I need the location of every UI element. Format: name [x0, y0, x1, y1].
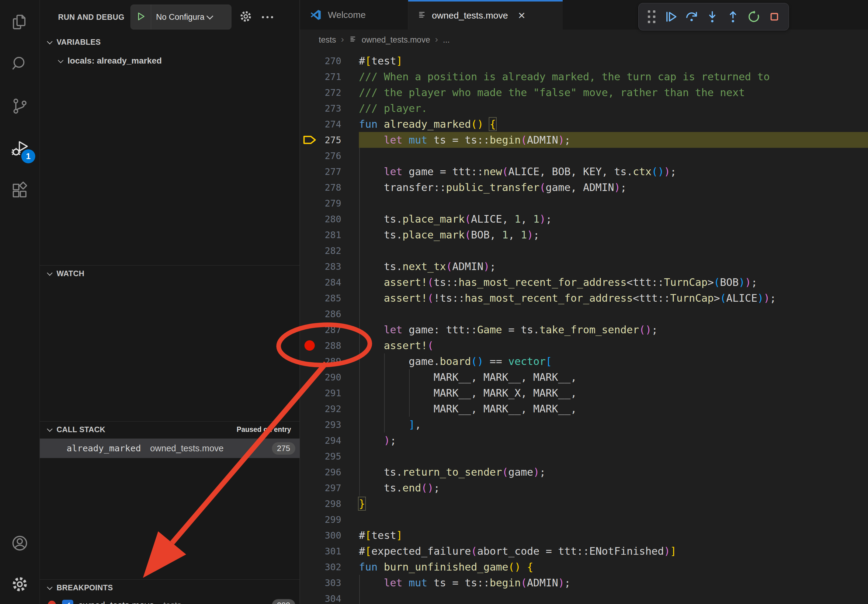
- variables-scope-locals[interactable]: locals: already_marked: [40, 56, 299, 66]
- activity-account[interactable]: [0, 524, 40, 564]
- gutter-line-304[interactable]: [300, 591, 319, 604]
- gutter-line-299[interactable]: [300, 511, 319, 527]
- gutter-line-280[interactable]: [300, 211, 319, 227]
- call-stack-section-header[interactable]: CALL STACK Paused on entry: [40, 421, 299, 437]
- code-line-283[interactable]: 283 ts.next_tx(ADMIN);: [300, 259, 868, 274]
- code-line-296[interactable]: 296 ts.return_to_sender(game);: [300, 464, 868, 480]
- gutter-line-296[interactable]: [300, 464, 319, 480]
- gutter-line-273[interactable]: [300, 101, 319, 116]
- gutter-line-298[interactable]: [300, 496, 319, 511]
- code-line-274[interactable]: 274fun already_marked() {: [300, 116, 868, 132]
- debug-settings-gear-button[interactable]: [239, 9, 253, 25]
- code-line-273[interactable]: 273/// player.: [300, 101, 868, 116]
- gutter-line-288[interactable]: [300, 338, 319, 353]
- activity-explorer[interactable]: [0, 2, 40, 42]
- code-line-297[interactable]: 297 ts.end();: [300, 480, 868, 496]
- gutter-line-302[interactable]: [300, 559, 319, 575]
- toolbar-drag-handle[interactable]: [648, 10, 656, 23]
- code-line-275[interactable]: 275 let mut ts = ts::begin(ADMIN);: [300, 132, 868, 148]
- code-line-279[interactable]: 279: [300, 195, 868, 211]
- gutter-line-283[interactable]: [300, 259, 319, 274]
- code-line-276[interactable]: 276: [300, 148, 868, 164]
- close-icon[interactable]: ✕: [518, 10, 525, 21]
- watch-section-header[interactable]: WATCH: [40, 265, 299, 281]
- code-line-303[interactable]: 303 let mut ts = ts::begin(ADMIN);: [300, 575, 868, 591]
- gutter-line-278[interactable]: [300, 180, 319, 195]
- code-line-272[interactable]: 272/// the player who made the "false" m…: [300, 85, 868, 101]
- code-line-300[interactable]: 300#[test]: [300, 527, 868, 543]
- activity-source-control[interactable]: [0, 87, 40, 127]
- tab-welcome[interactable]: Welcome: [300, 0, 408, 29]
- code-line-270[interactable]: 270#[test]: [300, 53, 868, 69]
- start-debug-button[interactable]: [131, 5, 151, 29]
- code-line-301[interactable]: 301#[expected_failure(abort_code = ttt::…: [300, 543, 868, 559]
- code-line-302[interactable]: 302fun burn_unfinished_game() {: [300, 559, 868, 575]
- code-line-292[interactable]: 292 MARK__, MARK__, MARK__,: [300, 401, 868, 417]
- gutter-line-272[interactable]: [300, 85, 319, 101]
- tab-owned-tests-move[interactable]: owned_tests.move ✕: [408, 0, 563, 29]
- breadcrumb-item-file[interactable]: owned_tests.move: [362, 35, 430, 45]
- gutter-line-285[interactable]: [300, 290, 319, 306]
- gutter-line-300[interactable]: [300, 527, 319, 543]
- code-line-290[interactable]: 290 MARK__, MARK__, MARK__,: [300, 369, 868, 385]
- gutter-line-282[interactable]: [300, 243, 319, 259]
- continue-button[interactable]: [662, 8, 680, 26]
- more-actions-button[interactable]: [262, 16, 273, 18]
- debug-config-dropdown[interactable]: No Configura: [130, 5, 231, 29]
- gutter-line-291[interactable]: [300, 385, 319, 401]
- breadcrumb-item-tests[interactable]: tests: [319, 35, 336, 45]
- code-line-271[interactable]: 271/// When a position is already marked…: [300, 69, 868, 85]
- gutter-line-275[interactable]: [300, 132, 319, 148]
- gutter-line-270[interactable]: [300, 53, 319, 69]
- breakpoints-section-header[interactable]: BREAKPOINTS: [40, 580, 299, 595]
- code-line-304[interactable]: 304: [300, 591, 868, 604]
- gutter-line-287[interactable]: [300, 322, 319, 338]
- code-line-277[interactable]: 277 let game = ttt::new(ALICE, BOB, KEY,…: [300, 164, 868, 180]
- code-line-287[interactable]: 287 let game: ttt::Game = ts.take_from_s…: [300, 322, 868, 338]
- code-line-285[interactable]: 285 assert!(!ts::has_most_recent_for_add…: [300, 290, 868, 306]
- gutter-line-303[interactable]: [300, 575, 319, 591]
- code-line-282[interactable]: 282: [300, 243, 868, 259]
- gutter-line-281[interactable]: [300, 227, 319, 243]
- gutter-line-294[interactable]: [300, 432, 319, 448]
- gutter-line-292[interactable]: [300, 401, 319, 417]
- code-line-289[interactable]: 289 game.board() == vector[: [300, 353, 868, 369]
- code-line-293[interactable]: 293 ],: [300, 417, 868, 432]
- step-into-button[interactable]: [704, 8, 721, 26]
- breadcrumb-item-symbol[interactable]: ...: [443, 35, 450, 45]
- variables-section-header[interactable]: VARIABLES: [40, 34, 299, 50]
- breakpoint-checkbox[interactable]: ✓: [62, 600, 73, 604]
- gutter-line-290[interactable]: [300, 369, 319, 385]
- code-line-286[interactable]: 286: [300, 306, 868, 322]
- gutter-line-286[interactable]: [300, 306, 319, 322]
- activity-search[interactable]: [0, 45, 40, 84]
- gutter-line-295[interactable]: [300, 448, 319, 464]
- code-line-284[interactable]: 284 assert!(ts::has_most_recent_for_addr…: [300, 274, 868, 290]
- code-line-298[interactable]: 298}: [300, 496, 868, 511]
- gutter-line-279[interactable]: [300, 195, 319, 211]
- call-stack-frame-row[interactable]: already_marked owned_tests.move 275: [40, 438, 299, 458]
- gutter-line-284[interactable]: [300, 274, 319, 290]
- gutter-line-277[interactable]: [300, 164, 319, 180]
- stop-button[interactable]: [766, 8, 783, 26]
- code-line-295[interactable]: 295: [300, 448, 868, 464]
- code-line-281[interactable]: 281 ts.place_mark(BOB, 1, 1);: [300, 227, 868, 243]
- step-over-button[interactable]: [683, 8, 701, 26]
- activity-extensions[interactable]: [0, 172, 40, 211]
- gutter-line-276[interactable]: [300, 148, 319, 164]
- gutter-line-289[interactable]: [300, 353, 319, 369]
- gutter-line-301[interactable]: [300, 543, 319, 559]
- code-line-294[interactable]: 294 );: [300, 432, 868, 448]
- code-line-288[interactable]: 288 assert!(: [300, 338, 868, 353]
- code-line-280[interactable]: 280 ts.place_mark(ALICE, 1, 1);: [300, 211, 868, 227]
- gutter-line-297[interactable]: [300, 480, 319, 496]
- code-line-291[interactable]: 291 MARK__, MARK_X, MARK__,: [300, 385, 868, 401]
- gutter-line-271[interactable]: [300, 69, 319, 85]
- code-line-278[interactable]: 278 transfer::public_transfer(game, ADMI…: [300, 180, 868, 195]
- step-out-button[interactable]: [724, 8, 742, 26]
- breakpoint-list-item[interactable]: ✓ owned_tests.move tests 288: [40, 598, 299, 604]
- code-line-299[interactable]: 299: [300, 511, 868, 527]
- gutter-line-293[interactable]: [300, 417, 319, 432]
- code-editor[interactable]: 270#[test]271/// When a position is alre…: [300, 50, 868, 604]
- activity-run-and-debug[interactable]: 1: [0, 129, 40, 169]
